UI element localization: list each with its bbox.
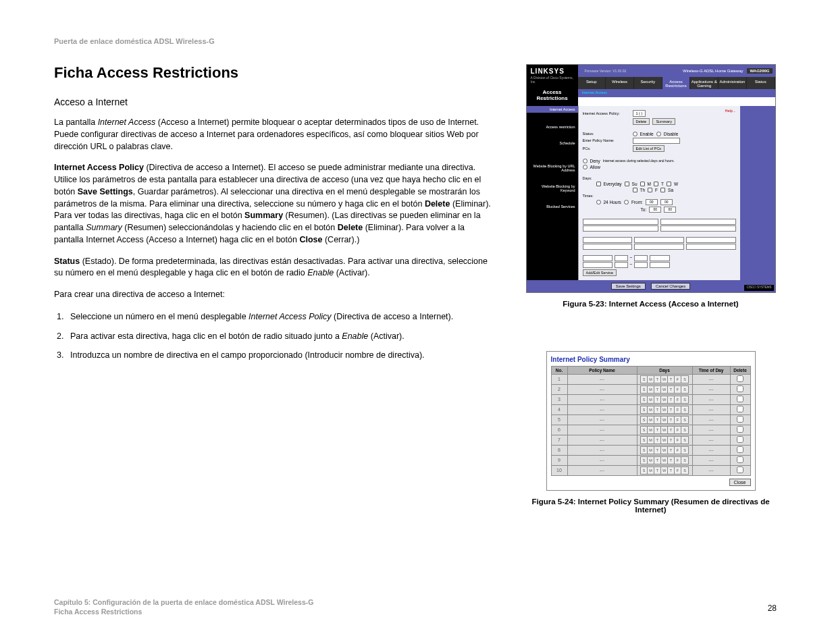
- subtab-internet-access[interactable]: Internet Access: [582, 90, 608, 95]
- edit-pcs-button[interactable]: Edit List of PCs: [633, 145, 665, 152]
- sidebar-blocked-services: Blocked Services: [529, 205, 575, 209]
- name-label: Enter Policy Name:: [583, 138, 630, 142]
- delete-checkbox[interactable]: [737, 436, 744, 443]
- page-footer: Capítulo 5: Configuración de la puerta d…: [54, 597, 313, 617]
- sub-title: Acceso a Internet: [54, 97, 496, 107]
- delete-checkbox[interactable]: [737, 385, 744, 392]
- disable-radio[interactable]: [656, 132, 661, 136]
- delete-checkbox[interactable]: [737, 416, 744, 423]
- text-italic: Enable: [342, 331, 368, 341]
- cell-delete: [730, 394, 750, 404]
- addedit-button[interactable]: Add/Edit Service: [583, 269, 617, 276]
- delete-checkbox[interactable]: [737, 456, 744, 463]
- name-input[interactable]: [633, 138, 680, 144]
- delete-button[interactable]: Delete: [633, 118, 650, 125]
- port-input[interactable]: [634, 262, 648, 268]
- pcs-label: PCs:: [583, 146, 630, 151]
- col-days: Days: [637, 366, 692, 374]
- port-input[interactable]: [634, 255, 648, 261]
- to-hh[interactable]: 00: [649, 207, 661, 213]
- tab-applications-gaming[interactable]: Applications & Gaming: [690, 77, 719, 89]
- keyword-input[interactable]: [583, 244, 633, 250]
- figure-23-caption: Figura 5-23: Internet Access (Acceso a I…: [563, 300, 738, 308]
- delete-checkbox[interactable]: [737, 446, 744, 453]
- policy-paragraph: Internet Access Policy (Directiva de acc…: [54, 162, 496, 246]
- figure-policy-summary: Internet Policy Summary No. Policy Name …: [546, 351, 756, 491]
- from-radio[interactable]: [624, 200, 629, 205]
- close-button[interactable]: Close: [729, 479, 751, 486]
- delete-checkbox[interactable]: [737, 375, 744, 382]
- cell-time: ---: [692, 404, 730, 414]
- keyword-input[interactable]: [583, 237, 633, 243]
- keyword-row-1: [583, 237, 736, 243]
- cell-name: ---: [567, 394, 637, 404]
- cancel-changes-button[interactable]: Cancel Changes: [651, 283, 690, 290]
- port-input[interactable]: [615, 255, 628, 261]
- h24-radio[interactable]: [596, 200, 601, 205]
- proto-select[interactable]: [650, 255, 670, 261]
- keyword-input[interactable]: [686, 237, 736, 243]
- tab-administration[interactable]: Administration: [719, 77, 747, 89]
- summary-button[interactable]: Summary: [652, 118, 675, 125]
- status-label: Status:: [583, 132, 630, 136]
- service-select[interactable]: [583, 255, 613, 261]
- cell-no: 1: [551, 374, 567, 384]
- keyword-input[interactable]: [686, 244, 736, 250]
- deny-radio[interactable]: [583, 159, 588, 163]
- service-select[interactable]: [583, 262, 613, 268]
- cell-no: 7: [551, 435, 567, 445]
- enable-radio[interactable]: [633, 132, 637, 136]
- th-check[interactable]: [633, 188, 637, 192]
- deny-label: Deny: [590, 159, 600, 163]
- su-label: Su: [632, 182, 637, 186]
- delete-checkbox[interactable]: [737, 406, 744, 412]
- table-header-row: No. Policy Name Days Time of Day Delete: [551, 366, 750, 374]
- su-check[interactable]: [625, 182, 629, 186]
- delete-checkbox[interactable]: [737, 426, 744, 433]
- deny-text: Internet access during selected days and…: [603, 159, 675, 163]
- cell-delete: [730, 455, 750, 465]
- tab-access-restrictions[interactable]: Access Restrictions: [662, 77, 691, 89]
- url-input[interactable]: [660, 225, 736, 232]
- m-check[interactable]: [640, 182, 645, 186]
- pcs-field: PCs: Edit List of PCs: [583, 145, 736, 152]
- tab-security[interactable]: Security: [634, 77, 662, 89]
- policy-select[interactable]: 1 ( ): [633, 110, 646, 117]
- save-settings-button[interactable]: Save Settings: [611, 283, 646, 290]
- day-cell: T: [654, 386, 661, 393]
- summary-title: Internet Policy Summary: [551, 356, 751, 363]
- day-cell: F: [675, 376, 681, 383]
- name-field: Enter Policy Name:: [583, 138, 736, 144]
- router-header: LINKSYS A Division of Cisco Systems, Inc…: [527, 65, 775, 106]
- keyword-input[interactable]: [634, 244, 684, 250]
- delete-checkbox[interactable]: [737, 466, 744, 473]
- days-grid: SMTWTFS: [640, 385, 689, 394]
- cell-no: 6: [551, 425, 567, 435]
- cell-delete: [730, 425, 750, 435]
- tab-wireless[interactable]: Wireless: [606, 77, 634, 89]
- allow-radio[interactable]: [583, 165, 588, 169]
- help-link[interactable]: Help...: [725, 109, 736, 113]
- url-input[interactable]: [583, 219, 658, 225]
- t-check[interactable]: [654, 182, 658, 186]
- to-label: To:: [641, 207, 647, 212]
- w-check[interactable]: [667, 182, 671, 186]
- to-mm[interactable]: 00: [664, 207, 676, 213]
- f-check[interactable]: [648, 188, 652, 192]
- everyday-check[interactable]: [596, 182, 601, 186]
- keyword-input[interactable]: [634, 237, 684, 243]
- sa-check[interactable]: [660, 188, 665, 192]
- port-input[interactable]: [615, 262, 628, 268]
- tab-status[interactable]: Status: [747, 77, 775, 89]
- day-cell: S: [641, 386, 648, 393]
- url-input[interactable]: [660, 219, 736, 225]
- from-hh[interactable]: 00: [646, 199, 658, 205]
- day-cell: S: [641, 376, 648, 383]
- cell-days: SMTWTFS: [637, 425, 692, 435]
- delete-checkbox[interactable]: [737, 396, 744, 402]
- tab-setup[interactable]: Setup: [578, 77, 606, 89]
- from-mm[interactable]: 00: [660, 199, 673, 205]
- url-input[interactable]: [583, 225, 658, 232]
- proto-select[interactable]: [650, 262, 670, 268]
- day-cell: T: [654, 376, 661, 383]
